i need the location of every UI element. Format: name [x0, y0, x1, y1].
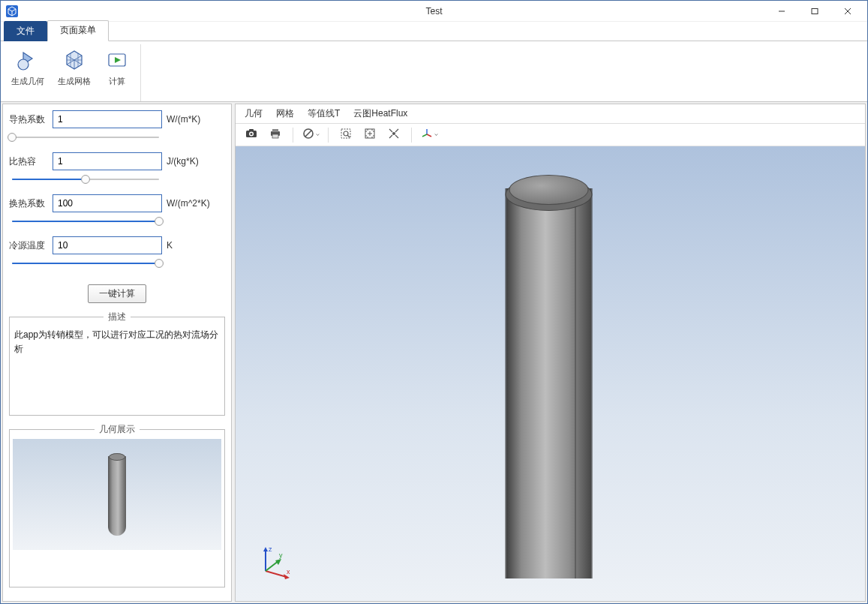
param-unit: W/(m^2*K)	[167, 198, 210, 209]
content-area: 导热系数 W/(m*K) 比热容 J/(kg*K)	[1, 101, 867, 603]
specific-heat-input[interactable]	[53, 152, 162, 170]
param-label: 比热容	[9, 155, 48, 168]
thermal-conductivity-slider[interactable]	[12, 136, 159, 139]
svg-marker-19	[263, 547, 268, 551]
svg-point-9	[250, 133, 252, 135]
no-entry-icon	[302, 127, 315, 143]
description-title: 描述	[104, 311, 131, 323]
specific-heat-slider[interactable]	[12, 178, 159, 181]
param-unit: K	[167, 240, 173, 251]
menu-file[interactable]: 文件	[4, 21, 47, 41]
sidebar: 导热系数 W/(m*K) 比热容 J/(kg*K)	[2, 104, 232, 602]
zoom-selected-icon	[387, 127, 401, 143]
svg-rect-12	[272, 134, 278, 138]
param-label: 导热系数	[9, 113, 48, 126]
svg-point-3	[18, 59, 29, 70]
thermal-conductivity-input[interactable]	[53, 110, 162, 128]
axis-icon	[420, 127, 434, 143]
svg-line-21	[266, 571, 287, 577]
view-orientation-button[interactable]	[419, 126, 439, 144]
app-icon	[5, 5, 19, 18]
cold-source-temp-slider[interactable]	[12, 262, 159, 265]
param-unit: J/(kg*K)	[167, 156, 199, 167]
heat-transfer-input[interactable]	[53, 194, 162, 212]
param-thermal-conductivity: 导热系数 W/(m*K)	[9, 110, 225, 139]
zoom-extents-button[interactable]	[360, 126, 380, 144]
viewer-tabs: 几何 网格 等值线T 云图HeatFlux	[236, 104, 865, 124]
graphics-canvas[interactable]: z x y	[236, 146, 865, 601]
window-controls	[765, 2, 864, 21]
menu-tabs: 文件 页面菜单	[1, 22, 867, 41]
axis-triad: z x y	[257, 544, 293, 580]
camera-icon	[245, 127, 258, 143]
mesh-icon	[62, 47, 87, 73]
compute-icon	[104, 47, 130, 73]
heat-transfer-slider[interactable]	[12, 220, 159, 223]
ribbon: 生成几何 生成网格 计算	[1, 41, 867, 101]
svg-rect-11	[272, 129, 278, 132]
maximize-button[interactable]	[798, 2, 831, 21]
zoom-extents-icon	[363, 127, 377, 143]
geometry-icon	[15, 47, 41, 73]
svg-rect-1	[812, 8, 818, 14]
zoom-box-icon	[339, 127, 353, 143]
ribbon-label: 计算	[109, 76, 125, 87]
cylinder-model	[509, 175, 592, 578]
close-button[interactable]	[831, 2, 864, 21]
zoom-box-button[interactable]	[336, 126, 356, 144]
menu-page-menu[interactable]: 页面菜单	[47, 20, 109, 41]
cold-source-temp-input[interactable]	[53, 236, 162, 254]
ribbon-group-main: 生成几何 生成网格 计算	[7, 44, 141, 101]
tab-mesh[interactable]: 网格	[276, 107, 294, 120]
param-cold-source-temp: 冷源温度 K	[9, 236, 225, 265]
svg-point-17	[392, 132, 395, 135]
ribbon-compute[interactable]: 计算	[103, 46, 131, 89]
printer-icon	[269, 127, 282, 143]
tab-geometry[interactable]: 几何	[245, 107, 263, 120]
param-heat-transfer: 换热系数 W/(m^2*K)	[9, 194, 225, 223]
tab-cloud-heatflux[interactable]: 云图HeatFlux	[353, 107, 407, 120]
reset-button[interactable]	[301, 126, 320, 144]
minimize-button[interactable]	[765, 2, 798, 21]
svg-text:z: z	[269, 545, 272, 553]
ribbon-label: 生成几何	[11, 76, 44, 87]
svg-text:y: y	[279, 551, 283, 559]
description-text: 此app为转销模型，可以进行对应工况的热对流场分析	[14, 328, 220, 410]
title-bar: Test	[1, 1, 867, 22]
geometry-preview	[13, 439, 221, 550]
viewer-panel: 几何 网格 等值线T 云图HeatFlux	[235, 104, 866, 602]
zoom-selected-button[interactable]	[384, 126, 404, 144]
geometry-preview-box: 几何展示	[9, 423, 225, 587]
ribbon-gen-geometry[interactable]: 生成几何	[10, 46, 46, 89]
print-button[interactable]	[266, 126, 285, 144]
svg-rect-7	[249, 129, 254, 131]
svg-text:x: x	[287, 568, 290, 575]
window-title: Test	[425, 6, 442, 17]
svg-point-15	[344, 131, 348, 136]
tab-isoline-t[interactable]: 等值线T	[308, 107, 340, 120]
param-unit: W/(m*K)	[167, 114, 200, 125]
snapshot-button[interactable]	[242, 126, 261, 144]
param-label: 冷源温度	[9, 239, 48, 252]
description-box: 描述 此app为转销模型，可以进行对应工况的热对流场分析	[9, 311, 225, 416]
geometry-preview-title: 几何展示	[95, 423, 140, 436]
param-label: 换热系数	[9, 197, 48, 210]
ribbon-label: 生成网格	[58, 76, 91, 87]
ribbon-gen-mesh[interactable]: 生成网格	[56, 46, 92, 89]
one-key-compute-button[interactable]: 一键计算	[88, 284, 146, 303]
param-specific-heat: 比热容 J/(kg*K)	[9, 152, 225, 181]
mini-cylinder	[108, 453, 126, 536]
viewer-toolbar	[236, 124, 865, 146]
